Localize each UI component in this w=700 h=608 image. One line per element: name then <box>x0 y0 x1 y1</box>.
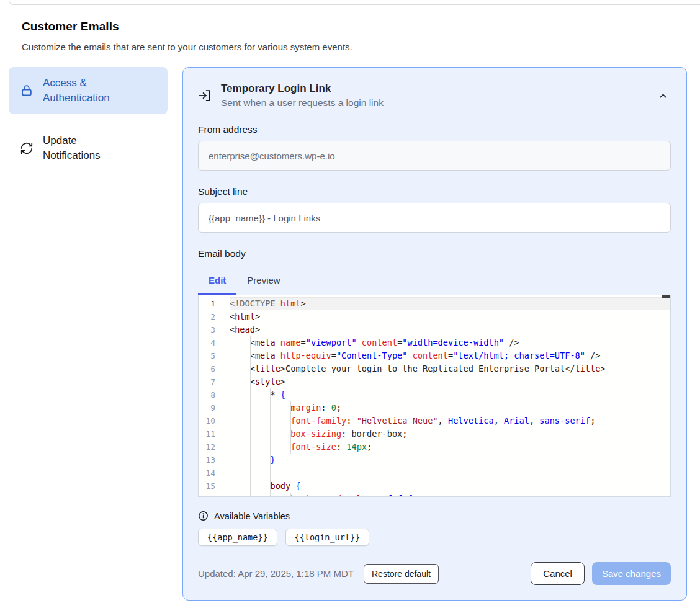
available-variables-row: Available Variables <box>198 511 671 521</box>
code-line-content: } <box>230 454 670 467</box>
line-number: 13 <box>199 454 230 467</box>
code-line-content: <head> <box>230 323 670 336</box>
line-number: 11 <box>199 427 230 440</box>
code-line-content: <style> <box>230 375 670 388</box>
page-title: Customer Emails <box>22 20 700 34</box>
code-editor[interactable]: 1<!DOCTYPE html>2<html>3<head>4 <meta na… <box>198 295 671 497</box>
code-lines: 1<!DOCTYPE html>2<html>3<head>4 <meta na… <box>199 295 670 497</box>
code-line-content: font-size: 14px; <box>230 440 670 454</box>
code-line: 3<head> <box>199 323 670 336</box>
sidebar-item-label: Access & Authentication <box>43 76 136 105</box>
code-line-content: <meta name="viewport" content="width=dev… <box>230 336 670 349</box>
card-header-text: Temporary Login Link Sent when a user re… <box>221 83 646 109</box>
card-title: Temporary Login Link <box>221 83 646 95</box>
code-line: 11 box-sizing: border-box; <box>199 427 670 440</box>
line-number: 1 <box>199 297 230 310</box>
info-icon <box>198 511 209 521</box>
code-line: 8 * { <box>199 388 670 401</box>
code-line-content <box>230 467 670 480</box>
sidebar-item-label: Update Notifications <box>43 133 136 163</box>
email-body-label: Email body <box>198 248 671 259</box>
code-line-content: <title>Complete your login to the Replic… <box>230 362 670 375</box>
tab-edit[interactable]: Edit <box>198 267 236 293</box>
sidebar-item-1[interactable]: Update Notifications <box>9 125 168 172</box>
subject-line-input[interactable] <box>198 203 671 233</box>
code-line: 15 body { <box>199 480 670 493</box>
line-number: 14 <box>199 467 230 480</box>
line-number: 15 <box>199 480 230 493</box>
code-line: 5 <meta http-equiv="Content-Type" conten… <box>199 349 670 362</box>
code-line-content: font-family: "Helvetica Neue", Helvetica… <box>230 414 670 427</box>
previous-card-bottom-edge <box>9 0 700 5</box>
code-line: 4 <meta name="viewport" content="width=d… <box>199 336 670 349</box>
editor-scrollbar-thumb[interactable] <box>662 295 670 298</box>
card-subtitle: Sent when a user requests a login link <box>221 97 646 109</box>
line-number: 5 <box>199 349 230 362</box>
line-number: 6 <box>199 362 230 375</box>
variable-chip[interactable]: {{login_url}} <box>285 529 370 546</box>
editor-scrollbar[interactable] <box>662 295 670 496</box>
code-line-content: margin: 0; <box>230 401 670 414</box>
variable-chips: {{app_name}}{{login_url}} <box>198 529 671 546</box>
sidebar: Access & AuthenticationUpdate Notificati… <box>9 67 168 172</box>
code-line: 2<html> <box>199 310 670 323</box>
line-number: 9 <box>199 401 230 414</box>
from-address-label: From address <box>198 124 671 135</box>
code-line-content: <meta http-equiv="Content-Type" content=… <box>230 349 670 362</box>
code-line: 1<!DOCTYPE html> <box>199 297 670 310</box>
available-variables-label: Available Variables <box>214 511 290 521</box>
page-header: Customer Emails Customize the emails tha… <box>0 0 700 52</box>
email-body-tabs: EditPreview <box>198 267 671 293</box>
from-address-input[interactable] <box>198 141 671 171</box>
save-changes-button[interactable]: Save changes <box>592 562 671 585</box>
code-line-content: * { <box>230 388 670 401</box>
code-line-content: <!DOCTYPE html> <box>230 297 670 310</box>
code-line-content: <html> <box>230 310 670 323</box>
login-icon <box>198 89 212 102</box>
collapse-button[interactable] <box>655 88 671 104</box>
chevron-up-icon <box>658 91 668 101</box>
sidebar-item-0[interactable]: Access & Authentication <box>9 67 168 114</box>
refresh-icon <box>20 141 34 155</box>
code-line-content: background-color: #f8f8f8; <box>230 493 670 497</box>
line-number: 10 <box>199 414 230 427</box>
updated-timestamp: Updated: Apr 29, 2025, 1:18 PM MDT <box>198 568 354 579</box>
code-line: 7 <style> <box>199 375 670 388</box>
line-number: 16 <box>199 493 230 497</box>
code-line: 13 } <box>199 454 670 467</box>
code-line: 10 font-family: "Helvetica Neue", Helvet… <box>199 414 670 427</box>
line-number: 12 <box>199 440 230 454</box>
code-line: 6 <title>Complete your login to the Repl… <box>199 362 670 375</box>
page-subtitle: Customize the emails that are sent to yo… <box>22 42 700 52</box>
code-line: 9 margin: 0; <box>199 401 670 414</box>
email-settings-card: Temporary Login Link Sent when a user re… <box>182 67 687 601</box>
subject-line-label: Subject line <box>198 186 671 197</box>
code-line: 16 background-color: #f8f8f8; <box>199 493 670 497</box>
code-line: 14 <box>199 467 670 480</box>
line-number: 8 <box>199 388 230 401</box>
line-number: 4 <box>199 336 230 349</box>
code-line-content: body { <box>230 480 670 493</box>
tab-preview[interactable]: Preview <box>236 267 290 293</box>
content-layout: Access & AuthenticationUpdate Notificati… <box>0 67 700 601</box>
code-line: 12 font-size: 14px; <box>199 440 670 454</box>
cancel-button[interactable]: Cancel <box>531 562 585 585</box>
restore-default-button[interactable]: Restore default <box>364 564 439 584</box>
code-line-content: box-sizing: border-box; <box>230 427 670 440</box>
lock-icon <box>20 84 34 97</box>
card-header: Temporary Login Link Sent when a user re… <box>198 83 671 109</box>
line-number: 7 <box>199 375 230 388</box>
variable-chip[interactable]: {{app_name}} <box>198 529 277 546</box>
line-number: 2 <box>199 310 230 323</box>
card-footer: Updated: Apr 29, 2025, 1:18 PM MDT Resto… <box>198 562 671 585</box>
line-number: 3 <box>199 323 230 336</box>
